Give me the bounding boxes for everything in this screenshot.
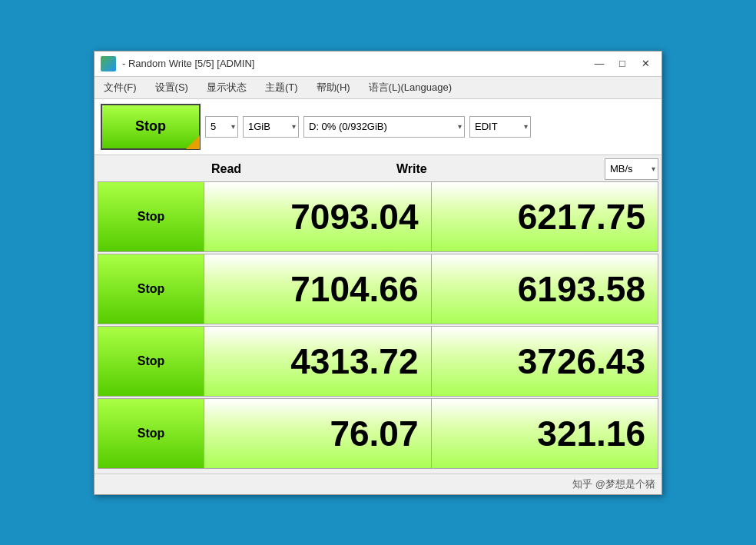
stop-button-3[interactable]: Stop <box>98 327 204 396</box>
data-row-4: Stop 76.07 321.16 <box>98 398 658 469</box>
data-row-2: Stop 7104.66 6193.58 <box>98 254 658 324</box>
menu-bar: 文件(F) 设置(S) 显示状态 主题(T) 帮助(H) 语言(L)(Langu… <box>94 77 662 99</box>
menu-help[interactable]: 帮助(H) <box>313 79 353 96</box>
menu-settings[interactable]: 设置(S) <box>152 79 191 96</box>
app-icon <box>101 56 116 71</box>
mode-select-wrapper: EDIT SEQ1M Q8T1 SEQ1M Q1T1 RND4K Q32T16 … <box>469 116 531 138</box>
read-value-2: 7104.66 <box>204 254 432 324</box>
unit-cell: MB/s GB/s IOPS ▾ <box>574 158 658 180</box>
content-area: Read Write MB/s GB/s IOPS ▾ Stop 7093.04… <box>94 155 662 474</box>
write-value-1: 6217.75 <box>432 182 658 251</box>
read-header: Read <box>204 158 389 180</box>
title-bar-controls: — □ ✕ <box>589 56 655 71</box>
read-value-4: 76.07 <box>204 399 432 468</box>
drive-select-wrapper: D: 0% (0/932GiB) ▾ <box>303 116 465 138</box>
write-value-4: 321.16 <box>432 399 658 468</box>
stop-button-2[interactable]: Stop <box>98 254 204 324</box>
read-value-3: 4313.72 <box>204 327 432 396</box>
menu-theme[interactable]: 主题(T) <box>262 79 301 96</box>
menu-file[interactable]: 文件(F) <box>101 79 140 96</box>
main-window: - Random Write [5/5] [ADMIN] — □ ✕ 文件(F)… <box>94 51 662 495</box>
menu-display[interactable]: 显示状态 <box>204 79 250 96</box>
unit-select-wrapper: MB/s GB/s IOPS ▾ <box>605 158 658 180</box>
data-row-1: Stop 7093.04 6217.75 <box>98 181 658 252</box>
size-select-wrapper: 1MiB 4MiB 16MiB 64MiB 256MiB 512MiB 1GiB… <box>243 116 299 138</box>
read-value-1: 7093.04 <box>204 182 432 251</box>
close-button[interactable]: ✕ <box>635 56 655 71</box>
mode-select[interactable]: EDIT SEQ1M Q8T1 SEQ1M Q1T1 RND4K Q32T16 … <box>469 116 531 138</box>
count-select-wrapper: 1 2 3 5 10 ▾ <box>205 116 238 138</box>
stop-button-1[interactable]: Stop <box>98 182 204 251</box>
write-value-2: 6193.58 <box>432 254 658 324</box>
title-bar-left: - Random Write [5/5] [ADMIN] <box>101 56 254 71</box>
maximize-button[interactable]: □ <box>612 56 632 71</box>
title-bar: - Random Write [5/5] [ADMIN] — □ ✕ <box>94 52 662 77</box>
toolbar: Stop 1 2 3 5 10 ▾ 1MiB 4MiB 16MiB 64MiB … <box>94 99 662 155</box>
stop-button-4[interactable]: Stop <box>98 399 204 468</box>
menu-language[interactable]: 语言(L)(Language) <box>366 79 455 96</box>
stop-main-button[interactable]: Stop <box>101 104 201 150</box>
window-title: - Random Write [5/5] [ADMIN] <box>122 58 254 69</box>
drive-select[interactable]: D: 0% (0/932GiB) <box>303 116 465 138</box>
write-header: Write <box>389 158 574 180</box>
write-value-3: 3726.43 <box>432 327 658 396</box>
header-row: Read Write MB/s GB/s IOPS ▾ <box>98 158 658 180</box>
size-select[interactable]: 1MiB 4MiB 16MiB 64MiB 256MiB 512MiB 1GiB <box>243 116 299 138</box>
unit-select[interactable]: MB/s GB/s IOPS <box>605 158 658 180</box>
watermark: 知乎 @梦想是个猪 <box>572 477 655 491</box>
btn-header-cell <box>98 158 204 180</box>
data-row-3: Stop 4313.72 3726.43 <box>98 326 658 397</box>
status-bar: 知乎 @梦想是个猪 <box>94 474 662 494</box>
count-select[interactable]: 1 2 3 5 10 <box>205 116 238 138</box>
minimize-button[interactable]: — <box>589 56 609 71</box>
